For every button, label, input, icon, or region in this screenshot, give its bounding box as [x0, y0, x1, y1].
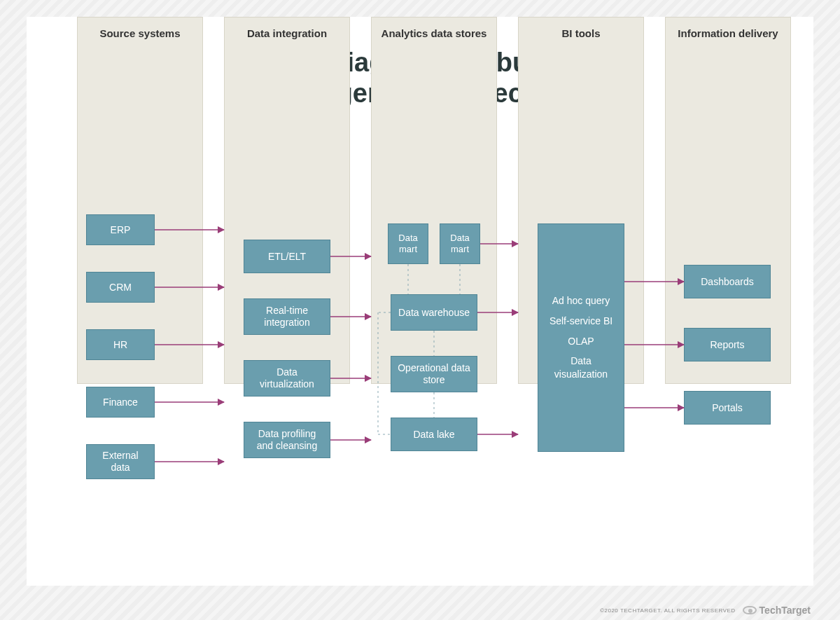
bi-tool-selfsvc: Self-service BI — [550, 315, 612, 328]
diagram-canvas: Sample diagram of a business intelligenc… — [27, 17, 813, 586]
box-data-mart-2: Data mart — [440, 223, 480, 264]
footer: ©2020 TECHTARGET. ALL RIGHTS RESERVED Te… — [600, 605, 811, 616]
box-data-warehouse: Data warehouse — [391, 294, 477, 331]
col-title: Source systems — [78, 18, 202, 48]
col-title: BI tools — [519, 18, 643, 48]
col-title: Data integration — [225, 18, 349, 48]
brand-logo: TechTarget — [743, 605, 811, 616]
box-crm: CRM — [86, 272, 155, 303]
box-etl-elt: ETL/ELT — [244, 240, 330, 273]
box-bi-tools: Ad hoc query Self-service BI OLAP Data v… — [538, 223, 624, 452]
box-portals: Portals — [684, 391, 771, 425]
box-external-data: External data — [86, 444, 155, 479]
box-data-mart-1: Data mart — [388, 223, 428, 264]
box-finance: Finance — [86, 387, 155, 418]
bi-tool-dataviz: Data visualization — [545, 354, 617, 381]
bi-tool-adhoc: Ad hoc query — [552, 294, 610, 308]
box-hr: HR — [86, 329, 155, 360]
box-data-virtualization: Data virtualization — [244, 360, 330, 397]
box-erp: ERP — [86, 214, 155, 245]
box-realtime-integration: Real-time integration — [244, 298, 330, 335]
eye-icon — [743, 606, 757, 614]
copyright: ©2020 TECHTARGET. ALL RIGHTS RESERVED — [600, 607, 736, 614]
col-title: Analytics data stores — [372, 18, 496, 48]
box-dashboards: Dashboards — [684, 265, 771, 298]
box-reports: Reports — [684, 328, 771, 361]
col-title: Information delivery — [666, 18, 790, 48]
box-data-lake: Data lake — [391, 418, 477, 451]
box-data-profiling: Data profiling and cleansing — [244, 422, 330, 458]
brand-text: TechTarget — [760, 605, 811, 616]
bi-tool-olap: OLAP — [568, 335, 594, 348]
box-operational-data-store: Operational data store — [391, 356, 477, 392]
